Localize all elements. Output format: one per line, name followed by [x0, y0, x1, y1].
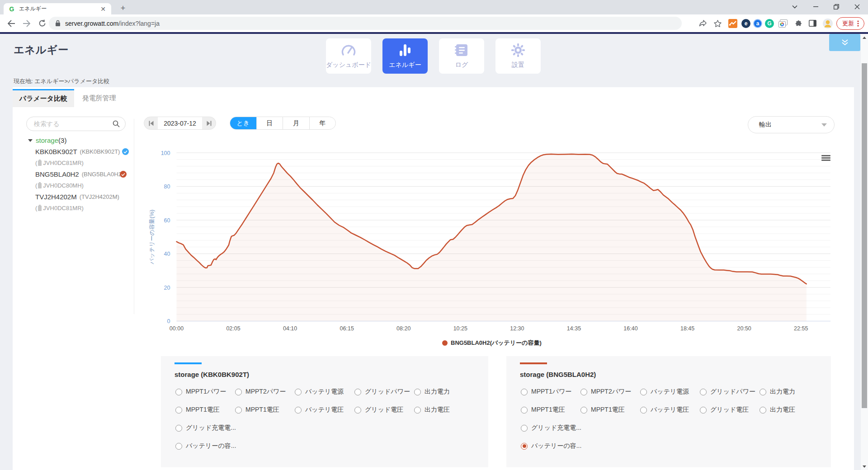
radio-option[interactable]: MPPT1電圧 — [175, 406, 220, 414]
chart-legend[interactable]: BNG5BLA0H2(バッテリーの容量) — [442, 339, 542, 347]
window-restore-button[interactable] — [826, 0, 847, 14]
radio-icon[interactable] — [700, 389, 707, 395]
device-search[interactable] — [26, 117, 126, 131]
radio-option[interactable]: バッテリ電源 — [640, 388, 689, 396]
radio-option[interactable]: MPPT2パワー — [580, 388, 631, 396]
nav-log-button[interactable]: ログ — [439, 38, 484, 74]
radio-icon[interactable] — [175, 389, 182, 395]
tab-parameter-comparison[interactable]: パラメータ比較 — [13, 89, 74, 107]
radio-icon[interactable] — [175, 425, 182, 432]
scrollbar-thumb[interactable] — [862, 63, 867, 408]
date-value[interactable]: 2023-07-12 — [158, 117, 202, 129]
radio-option[interactable]: バッテリ電源 — [295, 388, 344, 396]
extensions-puzzle-icon[interactable] — [792, 16, 804, 31]
nav-energy-button[interactable]: エネルギー — [382, 38, 428, 74]
new-tab-button[interactable]: + — [117, 3, 129, 14]
radio-icon[interactable] — [760, 389, 766, 395]
extension-e-icon[interactable]: e — [741, 19, 750, 28]
radio-icon[interactable] — [414, 389, 421, 395]
radio-option[interactable]: MPPT1電圧 — [235, 406, 279, 414]
extension-grammarly-icon[interactable]: G — [765, 19, 774, 28]
radio-option[interactable]: 出力電圧 — [414, 406, 450, 414]
radio-option[interactable]: MPPT1電圧 — [521, 406, 565, 414]
radio-option[interactable]: グリッドパワー — [700, 388, 755, 396]
radio-icon[interactable] — [354, 407, 361, 414]
bookmark-star-icon[interactable] — [712, 16, 724, 31]
tree-device-tvj2h4202m[interactable]: TVJ2H4202M(TVJ2H4202M) — [28, 191, 141, 202]
radio-option[interactable]: グリッド充電電... — [175, 424, 236, 432]
radio-icon[interactable] — [414, 407, 421, 414]
profile-avatar[interactable] — [821, 16, 834, 31]
scroll-down-arrow[interactable] — [861, 463, 868, 470]
period-day-button[interactable]: 日 — [257, 117, 283, 129]
search-input[interactable] — [34, 120, 113, 127]
radio-option[interactable]: グリッドパワー — [354, 388, 410, 396]
radio-option[interactable]: グリッド充電電... — [521, 424, 581, 432]
collapse-header-button[interactable] — [829, 34, 860, 51]
period-year-button[interactable]: 年 — [310, 117, 336, 129]
radio-icon[interactable] — [580, 407, 587, 414]
radio-icon[interactable] — [640, 389, 647, 395]
radio-option[interactable]: グリッド電圧 — [700, 406, 749, 414]
scroll-up-arrow[interactable] — [861, 34, 868, 41]
nav-settings-button[interactable]: 設置 — [495, 38, 541, 74]
tab-plant-management[interactable]: 発電所管理 — [68, 89, 130, 107]
radio-selected-icon[interactable] — [521, 443, 528, 450]
radio-icon[interactable] — [580, 389, 587, 395]
radio-option[interactable]: 出力電力 — [414, 388, 450, 396]
radio-option[interactable]: MPPT2パワー — [235, 388, 286, 396]
export-dropdown[interactable]: 輸出 — [748, 116, 835, 133]
tree-device-bng5bla0h2[interactable]: BNG5BLA0H2(BNG5BLA0H2 — [28, 169, 141, 180]
radio-option[interactable]: バッテリ電圧 — [640, 406, 689, 414]
radio-icon[interactable] — [295, 407, 302, 414]
radio-icon[interactable] — [521, 425, 528, 432]
radio-option[interactable]: MPPT1パワー — [175, 388, 226, 396]
nav-dashboard-button[interactable]: ダッシュボード — [326, 38, 371, 74]
radio-icon[interactable] — [521, 407, 528, 414]
tree-plant-row[interactable]: (JVH0DC81MR) — [28, 157, 141, 169]
radio-icon[interactable] — [295, 389, 302, 395]
address-bar[interactable]: server.growatt.com/index?lang=ja — [49, 17, 682, 30]
radio-option[interactable]: グリッド電圧 — [354, 406, 403, 414]
window-close-button[interactable] — [847, 0, 868, 14]
radio-option[interactable]: MPPT1電圧 — [580, 406, 625, 414]
radio-icon[interactable] — [175, 407, 182, 414]
radio-icon[interactable] — [760, 407, 766, 414]
page-scrollbar[interactable] — [861, 34, 868, 470]
radio-option[interactable]: 出力電圧 — [760, 406, 795, 414]
window-minimize-button[interactable] — [805, 0, 826, 14]
period-month-button[interactable]: 月 — [283, 117, 310, 129]
forward-button[interactable] — [19, 16, 34, 31]
extension-analytics-icon[interactable] — [726, 16, 739, 31]
radio-option[interactable]: バッテリーの容... — [521, 442, 581, 450]
radio-icon[interactable] — [700, 407, 707, 414]
side-panel-icon[interactable] — [807, 16, 819, 31]
tab-close-icon[interactable]: ✕ — [99, 5, 107, 13]
reload-button[interactable] — [34, 16, 50, 31]
radio-icon[interactable] — [235, 389, 242, 395]
browser-tab[interactable]: G エネルギー ✕ — [4, 3, 111, 14]
date-next-button[interactable] — [202, 117, 216, 129]
period-hour-button[interactable]: とき — [230, 117, 257, 129]
radio-option[interactable]: 出力電力 — [760, 388, 795, 396]
chart-menu-icon[interactable] — [821, 155, 830, 161]
radio-option[interactable]: MPPT1パワー — [521, 388, 571, 396]
tree-plant-row[interactable]: (JVH0DC81MR) — [28, 202, 141, 214]
radio-icon[interactable] — [175, 443, 182, 450]
back-button[interactable] — [4, 16, 19, 31]
radio-icon[interactable] — [640, 407, 647, 414]
radio-icon[interactable] — [521, 389, 528, 395]
tab-search-chevron-icon[interactable] — [784, 0, 805, 14]
extension-a-icon[interactable]: a — [753, 19, 762, 28]
radio-option[interactable]: バッテリーの容... — [175, 442, 236, 450]
tree-root-storage[interactable]: storage(3) — [28, 135, 141, 146]
radio-icon[interactable] — [354, 389, 361, 395]
tree-collapse-caret-icon[interactable] — [28, 139, 33, 142]
share-icon[interactable] — [697, 16, 709, 31]
radio-icon[interactable] — [235, 407, 242, 414]
chrome-update-menu-button[interactable]: 更新 — [836, 17, 864, 30]
tree-plant-row[interactable]: (JVH0DC80MH) — [28, 180, 141, 191]
radio-option[interactable]: バッテリ電圧 — [295, 406, 344, 414]
date-prev-button[interactable] — [144, 117, 158, 129]
extension-screenshot-icon[interactable] — [777, 16, 789, 31]
